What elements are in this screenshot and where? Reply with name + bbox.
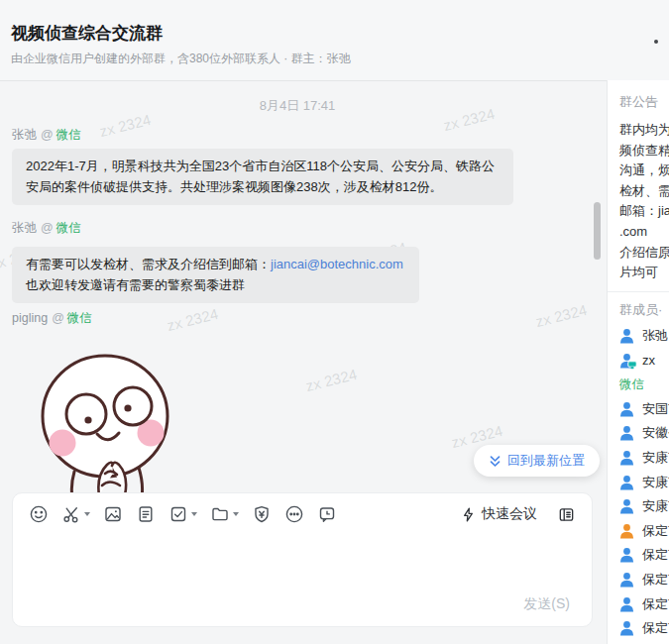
member-name: 保定市 bbox=[642, 546, 669, 564]
member-name: 保定市 bbox=[642, 571, 669, 589]
send-button[interactable]: 发送(S) bbox=[523, 595, 570, 613]
member-name: 保定市 bbox=[642, 619, 669, 637]
more-icon bbox=[284, 504, 304, 524]
member-name: zx bbox=[642, 353, 655, 368]
member-row[interactable]: 保定市 bbox=[608, 568, 669, 592]
email-link[interactable]: jiancai@botechnic.com bbox=[271, 257, 403, 271]
more-button[interactable] bbox=[284, 504, 304, 524]
image-icon bbox=[103, 504, 123, 524]
chat-history-button[interactable] bbox=[317, 504, 337, 524]
at-separator: @ bbox=[41, 221, 54, 235]
group-subtitle: 由企业微信用户创建的外部群，含380位外部联系人 · 群主：张弛 bbox=[11, 51, 351, 67]
sender-channel: 微信 bbox=[56, 221, 81, 235]
folder-button[interactable] bbox=[210, 504, 239, 524]
scroll-to-latest-button[interactable]: 回到最新位置 bbox=[474, 445, 600, 477]
sender-name: 张弛 bbox=[12, 128, 37, 142]
chevron-down-icon[interactable] bbox=[233, 512, 239, 516]
announcement-line: 群内均为 bbox=[619, 120, 669, 141]
member-name: 保定市 bbox=[642, 595, 669, 613]
sender-channel: 微信 bbox=[67, 311, 92, 325]
quick-meeting-button[interactable]: 快速会议 bbox=[460, 505, 537, 523]
more-menu-icon[interactable] bbox=[654, 40, 658, 44]
message-bubble[interactable]: 有需要可以发检材、需求及介绍信到邮箱：jiancai@botechnic.com… bbox=[12, 247, 419, 303]
quick-meeting-label: 快速会议 bbox=[482, 505, 537, 523]
todo-icon bbox=[168, 504, 188, 524]
member-avatar-icon bbox=[619, 523, 634, 539]
todo-button[interactable] bbox=[168, 504, 197, 524]
group-title: 视频侦查综合交流群 bbox=[11, 22, 163, 45]
member-row[interactable]: 保定市 bbox=[608, 591, 669, 616]
member-row[interactable]: zx bbox=[608, 348, 669, 373]
lightning-icon bbox=[460, 506, 477, 523]
member-row[interactable]: 安康市 bbox=[608, 446, 669, 471]
member-name: 安康市 bbox=[642, 474, 669, 491]
wechat-section-label: 微信 bbox=[608, 373, 669, 397]
sender-name: pigling bbox=[12, 311, 48, 325]
announcement-line: 检材、需 bbox=[619, 181, 669, 202]
member-name: 安国市 bbox=[642, 400, 669, 418]
member-name: 安康市 bbox=[642, 497, 669, 515]
emoji-icon bbox=[29, 504, 49, 524]
message-sender: pigling@微信 bbox=[12, 310, 92, 327]
member-row[interactable]: 保定市 bbox=[608, 640, 669, 644]
sender-channel: 微信 bbox=[56, 128, 81, 142]
at-separator: @ bbox=[41, 128, 54, 142]
message-sender: 张弛@微信 bbox=[12, 127, 81, 144]
announcement-title: 群公告 bbox=[619, 93, 669, 111]
member-name: 安康市 bbox=[642, 449, 669, 467]
member-avatar-icon bbox=[619, 475, 634, 490]
file-button[interactable] bbox=[136, 504, 156, 524]
sidebar-divider bbox=[608, 291, 669, 292]
member-row[interactable]: 安康市 bbox=[608, 494, 669, 519]
screenshot-icon bbox=[61, 504, 81, 524]
red-packet-button[interactable] bbox=[252, 504, 272, 524]
member-avatar-icon bbox=[619, 328, 634, 344]
folder-icon bbox=[210, 504, 230, 524]
composer-toolbar: 快速会议 bbox=[13, 493, 592, 524]
screenshot-button[interactable] bbox=[61, 504, 90, 524]
member-avatar-pc-icon bbox=[619, 353, 634, 369]
message-text: 有需要可以发检材、需求及介绍信到邮箱： bbox=[26, 257, 271, 271]
praying-sticker-image[interactable] bbox=[28, 347, 190, 495]
message-composer[interactable]: 快速会议 发送(S) bbox=[12, 492, 593, 627]
announcement-line: .com bbox=[619, 222, 669, 243]
member-avatar-icon bbox=[619, 620, 634, 636]
member-row[interactable]: 安国市 bbox=[608, 397, 669, 422]
member-avatar-icon bbox=[619, 547, 634, 563]
message-sender: 张弛@微信 bbox=[12, 220, 81, 237]
member-avatar-icon bbox=[619, 498, 634, 514]
announcement-line: 片均可 bbox=[619, 263, 669, 283]
member-avatar-icon bbox=[619, 572, 634, 588]
member-row[interactable]: 保定市 bbox=[608, 616, 669, 641]
members-title: 群成员· bbox=[619, 301, 669, 319]
member-row[interactable]: 保定市 bbox=[608, 543, 669, 568]
member-row[interactable]: 张弛 bbox=[608, 324, 669, 349]
announcement-line: 邮箱：jia bbox=[619, 201, 669, 222]
wecom-group-chat-window: zx 2324zx 2324zx 2324zx 2324zx 2324zx 23… bbox=[0, 0, 669, 644]
member-row[interactable]: 保定市 bbox=[608, 519, 669, 544]
message-text: 也欢迎转发邀请有需要的警察蜀黍进群 bbox=[26, 275, 405, 296]
chat-scrollbar-thumb[interactable] bbox=[594, 202, 601, 260]
scroll-to-latest-label: 回到最新位置 bbox=[507, 452, 585, 470]
member-avatar-icon bbox=[619, 596, 634, 612]
member-name: 保定市 bbox=[642, 522, 669, 540]
member-name: 张弛 bbox=[642, 327, 668, 345]
sender-name: 张弛 bbox=[12, 221, 37, 235]
emoji-button[interactable] bbox=[29, 504, 49, 524]
message-bubble[interactable]: 2022年1-7月，明景科技共为全国23个省市自治区118个公安局、公安分局、铁… bbox=[12, 149, 513, 205]
chat-history-icon bbox=[317, 504, 337, 524]
member-avatar-icon bbox=[619, 401, 634, 417]
member-row[interactable]: 安康市 bbox=[608, 470, 669, 494]
panel-toggle-icon[interactable] bbox=[557, 505, 576, 524]
announcement-line: 介绍信原 bbox=[619, 243, 669, 264]
chevron-down-icon[interactable] bbox=[84, 512, 90, 516]
image-button[interactable] bbox=[103, 504, 123, 524]
chat-header: 视频侦查综合交流群 由企业微信用户创建的外部群，含380位外部联系人 · 群主：… bbox=[0, 0, 669, 81]
announcement-line: 频侦查精 bbox=[619, 141, 669, 161]
announcement-text: 群内均为频侦查精沟通，烦检材、需邮箱：jia.com介绍信原片均可 bbox=[608, 120, 669, 283]
member-row[interactable]: 安徽省 bbox=[608, 421, 669, 446]
member-list: 张弛zx微信安国市安徽省安康市安康市安康市保定市保定市保定市保定市保定市保定市 bbox=[608, 324, 669, 644]
chevron-down-icon[interactable] bbox=[191, 512, 197, 516]
announcement-line: 沟通，烦 bbox=[619, 161, 669, 181]
group-sidebar: 群公告 群内均为频侦查精沟通，烦检材、需邮箱：jia.com介绍信原片均可 群成… bbox=[607, 80, 669, 644]
